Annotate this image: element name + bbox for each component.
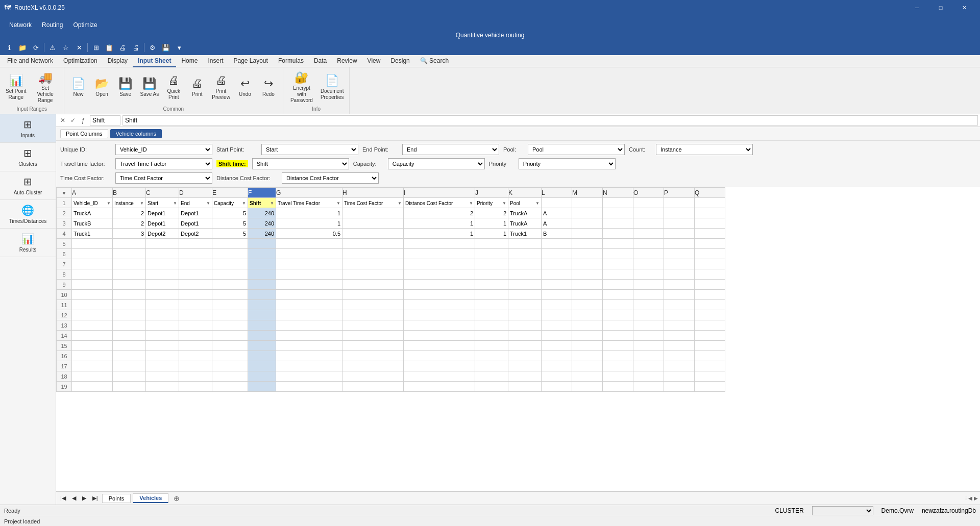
header-shift[interactable]: Shift▼ xyxy=(248,198,276,208)
formula-input[interactable] xyxy=(122,115,978,126)
col-header-l[interactable]: L xyxy=(542,188,572,198)
prev-sheet-btn[interactable]: ◀ xyxy=(70,494,78,503)
header-pool[interactable]: Pool▼ xyxy=(508,198,542,208)
save-icon[interactable]: 💾 xyxy=(160,41,172,54)
cell-2-n[interactable] xyxy=(603,208,633,218)
cell-4-b[interactable]: 3 xyxy=(113,229,146,239)
cell-4-c[interactable]: Depot2 xyxy=(146,229,179,239)
col-header-n[interactable]: N xyxy=(603,188,633,198)
col-header-j[interactable]: J xyxy=(475,188,508,198)
col-header-i[interactable]: I xyxy=(404,188,475,198)
settings-icon[interactable]: ⚙ xyxy=(146,41,159,54)
warning-icon[interactable]: ⚠ xyxy=(46,41,59,54)
save-button[interactable]: 💾 Save xyxy=(114,76,137,99)
col-header-f[interactable]: F xyxy=(248,188,276,198)
col-header-a[interactable]: A xyxy=(72,188,113,198)
print-button[interactable]: 🖨 Print xyxy=(186,76,208,99)
cell-4-n[interactable] xyxy=(603,229,633,239)
header-o[interactable] xyxy=(633,198,664,208)
first-sheet-btn[interactable]: |◀ xyxy=(58,494,68,503)
set-vehicle-range-button[interactable]: 🚚 Set VehicleRange xyxy=(30,69,61,105)
cell-2-l[interactable]: A xyxy=(542,208,572,218)
points-sheet-tab[interactable]: Points xyxy=(102,494,131,503)
quick-print-button[interactable]: 🖨 QuickPrint xyxy=(162,72,185,102)
cell-4-i[interactable]: 1 xyxy=(404,229,475,239)
last-sheet-btn[interactable]: ▶| xyxy=(90,494,100,503)
close-icon[interactable]: ✕ xyxy=(73,41,85,54)
header-end[interactable]: End▼ xyxy=(179,198,212,208)
cell-4-h[interactable] xyxy=(342,229,404,239)
col-header-q[interactable]: Q xyxy=(695,188,725,198)
close-button[interactable]: ✕ xyxy=(952,0,976,15)
menu-page-layout[interactable]: Page Layout xyxy=(228,55,273,67)
open-button[interactable]: 📂 Open xyxy=(91,76,113,99)
sidebar-item-inputs[interactable]: ⊞ Inputs xyxy=(0,114,56,143)
unique-id-select[interactable]: Vehicle_ID xyxy=(115,144,212,155)
cell-2-j[interactable]: 2 xyxy=(475,208,508,218)
sidebar-item-times-distances[interactable]: 🌐 Times/Distances xyxy=(0,200,56,229)
col-header-g[interactable]: G xyxy=(276,188,342,198)
cell-3-i[interactable]: 1 xyxy=(404,218,475,229)
dropdown-arrow-icon[interactable]: ▾ xyxy=(173,41,185,54)
header-distance-cost[interactable]: Distance Cost Factor▼ xyxy=(404,198,475,208)
cell-2-k[interactable]: TruckA xyxy=(508,208,542,218)
menu-file-network[interactable]: File and Network xyxy=(2,55,58,67)
cell-4-q[interactable] xyxy=(695,229,725,239)
col-header-e[interactable]: E xyxy=(212,188,248,198)
cell-3-o[interactable] xyxy=(633,218,664,229)
header-vehicle-id[interactable]: Vehicle_ID▼ xyxy=(72,198,113,208)
menu-insert[interactable]: Insert xyxy=(203,55,228,67)
cell-4-f[interactable]: 240 xyxy=(248,229,276,239)
formula-function-icon[interactable]: ƒ xyxy=(79,116,88,125)
cell-4-l[interactable]: B xyxy=(542,229,572,239)
sidebar-item-clusters[interactable]: ⊞ Clusters xyxy=(0,143,56,171)
cell-2-i[interactable]: 2 xyxy=(404,208,475,218)
open-folder-icon[interactable]: 📁 xyxy=(16,41,29,54)
cell-4-o[interactable] xyxy=(633,229,664,239)
refresh-icon[interactable]: ⟳ xyxy=(30,41,42,54)
cell-4-a[interactable]: Truck1 xyxy=(72,229,113,239)
cell-2-b[interactable]: 2 xyxy=(113,208,146,218)
cell-3-a[interactable]: TruckB xyxy=(72,218,113,229)
priority-select[interactable]: Priority xyxy=(519,158,616,169)
header-start[interactable]: Start▼ xyxy=(146,198,179,208)
cell-2-h[interactable] xyxy=(342,208,404,218)
maximize-button[interactable]: □ xyxy=(929,0,952,15)
cell-2-o[interactable] xyxy=(633,208,664,218)
menu-input-sheet[interactable]: Input Sheet xyxy=(133,55,176,67)
col-header-c[interactable]: C xyxy=(146,188,179,198)
cell-2-e[interactable]: 5 xyxy=(212,208,248,218)
document-properties-button[interactable]: 📄 DocumentProperties xyxy=(318,72,347,102)
clipboard-icon[interactable]: 📋 xyxy=(103,41,115,54)
cell-2-g[interactable]: 1 xyxy=(276,208,342,218)
vehicle-columns-tab[interactable]: Vehicle columns xyxy=(110,129,162,138)
header-capacity[interactable]: Capacity▼ xyxy=(212,198,248,208)
cell-3-h[interactable] xyxy=(342,218,404,229)
header-n[interactable] xyxy=(603,198,633,208)
tab-network[interactable]: Network xyxy=(4,19,37,31)
menu-design[interactable]: Design xyxy=(385,55,414,67)
menu-data[interactable]: Data xyxy=(309,55,332,67)
formula-confirm-icon[interactable]: ✓ xyxy=(68,116,78,125)
col-header-o[interactable]: O xyxy=(633,188,664,198)
cell-3-q[interactable] xyxy=(695,218,725,229)
star-icon[interactable]: ☆ xyxy=(60,41,72,54)
menu-display[interactable]: Display xyxy=(103,55,133,67)
set-point-range-button[interactable]: 📊 Set PointRange xyxy=(3,72,29,102)
start-point-select[interactable]: Start xyxy=(261,144,358,155)
print-preview-button[interactable]: 🖨 PrintPreview xyxy=(209,72,233,102)
grid-icon[interactable]: ⊞ xyxy=(90,41,102,54)
header-travel-time[interactable]: Travel Time Factor▼ xyxy=(276,198,342,208)
end-point-select[interactable]: End xyxy=(402,144,499,155)
menu-review[interactable]: Review xyxy=(332,55,362,67)
new-button[interactable]: 📄 New xyxy=(67,76,90,99)
print2-icon[interactable]: 🖨 xyxy=(130,41,142,54)
cell-3-p[interactable] xyxy=(664,218,695,229)
tab-routing[interactable]: Routing xyxy=(37,19,68,31)
print-icon[interactable]: 🖨 xyxy=(116,41,129,54)
header-time-cost[interactable]: Time Cost Factor▼ xyxy=(342,198,404,208)
menu-formulas[interactable]: Formulas xyxy=(273,55,309,67)
menu-optimization[interactable]: Optimization xyxy=(58,55,103,67)
cell-4-g[interactable]: 0.5 xyxy=(276,229,342,239)
cell-3-e[interactable]: 5 xyxy=(212,218,248,229)
